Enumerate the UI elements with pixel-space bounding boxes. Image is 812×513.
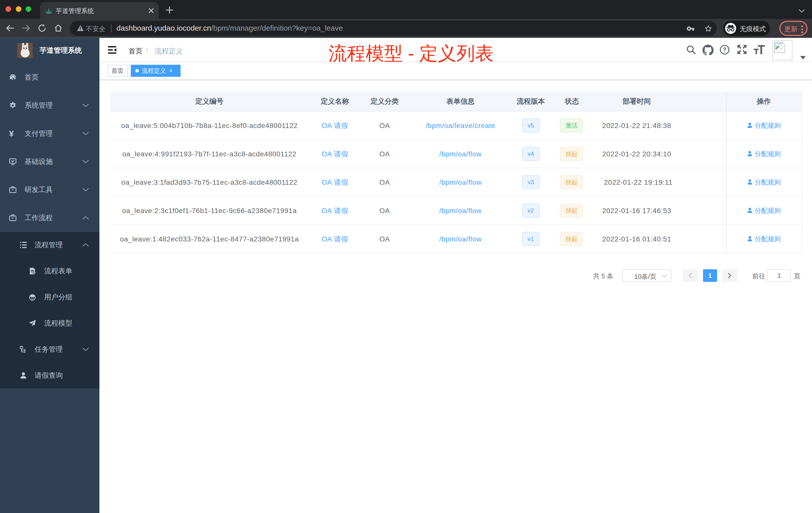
- svg-text:?: ?: [723, 47, 726, 53]
